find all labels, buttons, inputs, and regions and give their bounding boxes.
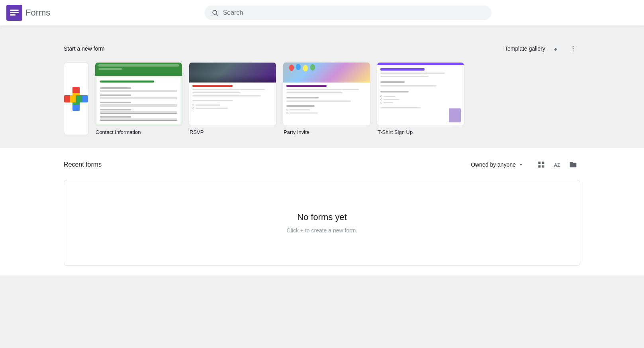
main-content: Start a new form Template gallery [0,26,644,285]
rsvp-thumbnail [189,62,276,126]
folder-button[interactable] [566,157,580,172]
contact-thumb-inner [95,63,182,126]
rsvp-thumb-image [189,63,276,83]
no-forms-title: No forms yet [297,212,347,222]
recent-forms-header: Recent forms Owned by anyone [64,157,580,172]
app-header: Forms [0,0,644,26]
search-area [205,6,491,20]
tshirt-thumb-inner [377,63,464,126]
svg-rect-3 [10,14,16,16]
party-thumbnail [283,62,370,126]
contact-thumb-body [97,77,180,124]
template-gallery-label: Template gallery [505,45,545,52]
rsvp-thumb-inner [189,63,276,126]
svg-point-4 [573,46,574,47]
owned-by-label: Owned by anyone [471,161,516,168]
tshirt-label: T-Shirt Sign Up [377,129,464,135]
forms-logo-icon [6,5,22,21]
new-form-section: Start a new form Template gallery [0,35,644,145]
template-contact-information[interactable]: Contact Information [95,62,182,135]
template-gallery-controls: Template gallery [505,41,580,56]
new-form-title: Start a new form [64,45,105,52]
dropdown-arrow-icon [517,161,525,168]
section-header: Start a new form Template gallery [64,41,580,56]
owned-by-button[interactable]: Owned by anyone [468,159,528,171]
party-body [283,83,370,126]
template-gallery-expand-button[interactable] [548,41,563,56]
svg-point-6 [573,51,574,51]
app-logo[interactable]: Forms [6,5,50,21]
rsvp-label: RSVP [189,129,276,135]
template-blank[interactable]: Blank [64,62,88,135]
search-input[interactable] [223,9,485,16]
expand-collapse-icon [552,45,559,52]
party-thumb-image [283,63,370,83]
blank-thumbnail [64,62,88,135]
tshirt-thumbnail [377,62,464,126]
svg-point-5 [573,48,574,49]
template-party-invite[interactable]: Party Invite [283,62,370,135]
google-plus-icon [64,87,88,111]
no-forms-subtitle: Click + to create a new form. [287,227,358,234]
party-invite-label: Party Invite [283,129,370,135]
search-icon [211,9,219,17]
contact-thumb-header [95,63,182,76]
sort-icon: AZ [553,161,561,169]
svg-text:AZ: AZ [554,162,560,167]
party-thumb-inner [283,63,370,126]
grid-view-icon [537,161,545,169]
svg-rect-2 [10,12,19,13]
template-tshirt-signup[interactable]: T-Shirt Sign Up [377,62,464,135]
recent-forms-title: Recent forms [64,161,102,168]
app-name-label: Forms [25,8,50,18]
template-rsvp[interactable]: RSVP [189,62,276,135]
svg-rect-1 [10,10,19,11]
grid-view-button[interactable] [534,157,548,172]
folder-icon [569,161,577,169]
search-container [205,6,491,20]
sort-button[interactable]: AZ [550,157,564,172]
templates-row: Blank [64,62,580,135]
view-icons: AZ [534,157,580,172]
contact-thumbnail [95,62,182,126]
recent-forms-section: Recent forms Owned by anyone [0,148,644,275]
tshirt-body [377,65,464,126]
more-vert-icon [569,45,577,53]
recent-forms-controls: Owned by anyone AZ [468,157,580,172]
more-options-button[interactable] [566,41,580,56]
contact-label: Contact Information [95,129,182,135]
rsvp-body [189,83,276,126]
no-forms-container: No forms yet Click + to create a new for… [64,180,580,266]
